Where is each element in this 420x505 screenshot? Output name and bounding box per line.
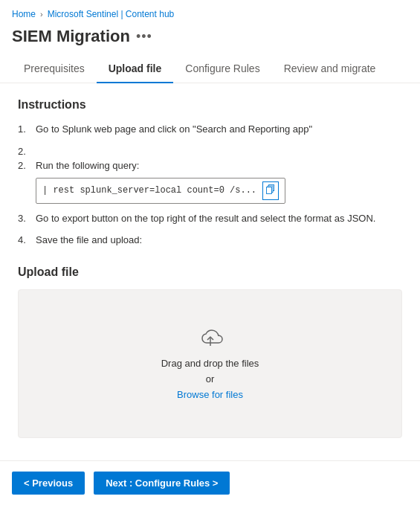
next-button[interactable]: Next : Configure Rules > xyxy=(94,472,230,495)
page-title: SIEM Migration xyxy=(12,27,130,46)
more-options-icon[interactable]: ••• xyxy=(136,29,152,45)
instruction-4: Save the file and upload: xyxy=(18,233,402,248)
drop-text: Drag and drop the files xyxy=(161,358,259,369)
instruction-3: Go to export button on the top right of … xyxy=(18,211,402,226)
instruction-1: Go to Splunk web page and click on "Sear… xyxy=(18,122,402,137)
instruction-2-text: Run the following query: xyxy=(36,158,139,173)
browse-link[interactable]: Browse for files xyxy=(177,389,243,400)
breadcrumb-sentinel[interactable]: Microsoft Sentinel | Content hub xyxy=(48,9,175,19)
upload-cloud-icon xyxy=(196,327,225,350)
previous-button[interactable]: < Previous xyxy=(12,472,85,495)
breadcrumb: Home › Microsoft Sentinel | Content hub xyxy=(0,0,420,24)
code-block: | rest splunk_server=local count=0 /s...… xyxy=(36,178,285,204)
copy-icon[interactable]: 🗍 xyxy=(262,181,279,200)
page-title-row: SIEM Migration ••• xyxy=(0,24,420,55)
breadcrumb-home[interactable]: Home xyxy=(12,9,36,19)
content-area: Instructions Go to Splunk web page and c… xyxy=(0,83,420,453)
tab-upload-file[interactable]: Upload file xyxy=(97,55,174,83)
instructions-title: Instructions xyxy=(18,98,402,112)
tab-configure-rules[interactable]: Configure Rules xyxy=(173,55,271,83)
tab-prerequisites[interactable]: Prerequisites xyxy=(12,55,97,83)
footer: < Previous Next : Configure Rules > xyxy=(0,460,420,505)
drop-or-text: or xyxy=(206,373,215,385)
upload-section-title: Upload file xyxy=(18,266,402,279)
code-text: | rest splunk_server=local count=0 /s... xyxy=(42,184,256,197)
drop-zone[interactable]: Drag and drop the files or Browse for fi… xyxy=(18,289,402,438)
instruction-2: Run the following query: | rest splunk_s… xyxy=(18,144,402,204)
tab-review-migrate[interactable]: Review and migrate xyxy=(272,55,388,83)
tabs: Prerequisites Upload file Configure Rule… xyxy=(0,55,420,83)
instructions-list: Go to Splunk web page and click on "Sear… xyxy=(18,122,402,248)
breadcrumb-separator-1: › xyxy=(40,10,43,19)
upload-section: Upload file Drag and drop the files or B… xyxy=(18,266,402,438)
